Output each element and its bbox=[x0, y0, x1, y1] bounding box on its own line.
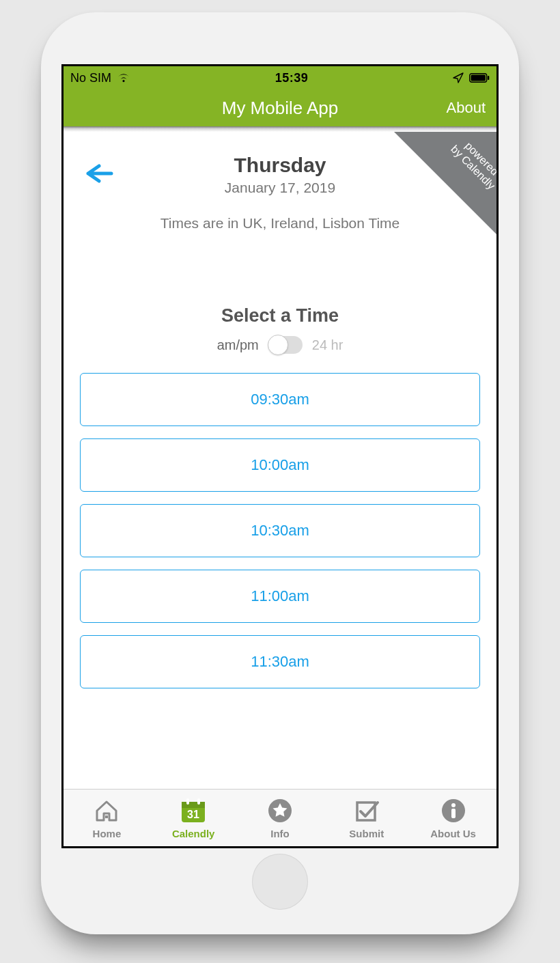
tab-about-us[interactable]: About Us bbox=[410, 790, 496, 846]
time-slot[interactable]: 11:00am bbox=[80, 570, 480, 623]
select-time-block: Select a Time am/pm 24 hr bbox=[64, 305, 496, 354]
svg-rect-13 bbox=[451, 809, 456, 818]
time-slot-list: 09:30am 10:00am 10:30am 11:00am 11:30am bbox=[64, 373, 496, 688]
tab-label: Submit bbox=[349, 828, 384, 839]
header-shadow bbox=[64, 126, 496, 132]
tab-label: Calendly bbox=[172, 828, 215, 839]
svg-rect-1 bbox=[471, 75, 486, 81]
tab-label: About Us bbox=[430, 828, 476, 839]
checkbox-icon bbox=[352, 796, 381, 825]
content-area: powered by Calendly Thursday January 17,… bbox=[64, 132, 496, 789]
calendar-icon: 31 bbox=[179, 796, 208, 825]
time-format-toggle[interactable] bbox=[268, 336, 303, 354]
carrier-text: No SIM bbox=[70, 71, 111, 85]
svg-rect-5 bbox=[182, 802, 205, 808]
ampm-label: am/pm bbox=[217, 337, 259, 353]
home-button[interactable] bbox=[252, 854, 308, 910]
star-circle-icon bbox=[266, 796, 294, 825]
svg-text:31: 31 bbox=[187, 809, 199, 820]
home-icon bbox=[92, 796, 121, 825]
svg-rect-6 bbox=[186, 798, 189, 805]
svg-rect-3 bbox=[105, 815, 108, 818]
select-time-title: Select a Time bbox=[64, 305, 496, 326]
info-circle-icon bbox=[439, 796, 468, 825]
time-slot[interactable]: 10:30am bbox=[80, 504, 480, 557]
screen: No SIM 15:39 My Mobile App bbox=[61, 64, 499, 848]
tab-info[interactable]: Info bbox=[237, 790, 324, 846]
app-title: My Mobile App bbox=[222, 98, 339, 119]
svg-point-12 bbox=[451, 803, 456, 807]
status-time: 15:39 bbox=[275, 71, 309, 85]
battery-icon bbox=[469, 73, 490, 83]
svg-rect-7 bbox=[197, 798, 200, 805]
about-button[interactable]: About bbox=[447, 99, 486, 117]
location-arrow-icon bbox=[453, 72, 464, 83]
app-header: My Mobile App About bbox=[64, 89, 496, 126]
tab-home[interactable]: Home bbox=[64, 790, 150, 846]
tab-label: Home bbox=[93, 828, 122, 839]
time-slot[interactable]: 09:30am bbox=[80, 373, 480, 426]
status-bar: No SIM 15:39 bbox=[64, 66, 496, 89]
back-arrow-icon[interactable] bbox=[84, 163, 114, 186]
tab-bar: Home 31 Calendly Info bbox=[64, 789, 496, 846]
svg-rect-2 bbox=[488, 76, 489, 80]
time-format-toggle-row: am/pm 24 hr bbox=[64, 336, 496, 354]
24hr-label: 24 hr bbox=[312, 337, 344, 353]
tab-label: Info bbox=[270, 828, 290, 839]
tab-submit[interactable]: Submit bbox=[323, 790, 410, 846]
tab-calendly[interactable]: 31 Calendly bbox=[150, 790, 237, 846]
time-slot[interactable]: 11:30am bbox=[80, 635, 480, 688]
phone-frame: No SIM 15:39 My Mobile App bbox=[41, 12, 519, 934]
wifi-icon bbox=[117, 73, 130, 83]
time-slot[interactable]: 10:00am bbox=[80, 438, 480, 492]
